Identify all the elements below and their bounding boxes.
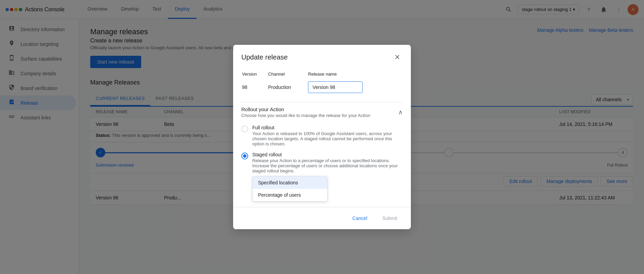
update-release-modal: Update release ✕ Version Channel Release… — [233, 45, 411, 229]
full-rollout-content: Full rollout Your Action is released to … — [252, 125, 403, 146]
channel-col-header: Channel — [268, 69, 307, 78]
specified-locations-option[interactable]: Specified locations — [253, 177, 327, 189]
full-rollout-option[interactable]: Full rollout Your Action is released to … — [241, 125, 403, 146]
radio-group: Full rollout Your Action is released to … — [241, 125, 403, 201]
staged-rollout-label: Staged rollout — [252, 152, 403, 157]
full-rollout-desc: Your Action is released to 100% of Googl… — [252, 131, 403, 146]
modal-header: Update release ✕ — [233, 45, 411, 68]
staged-rollout-content: Staged rollout Release your Action to a … — [252, 152, 403, 201]
release-name-input[interactable] — [308, 81, 363, 93]
version-value: 98 — [242, 79, 267, 94]
version-col-header: Version — [242, 69, 267, 78]
rollout-type-dropdown[interactable]: Specified locations Percentage of users — [252, 176, 327, 201]
rollout-collapse-icon[interactable]: ∧ — [398, 108, 403, 116]
rollout-title: Rollout your Action — [241, 106, 370, 112]
staged-rollout-option[interactable]: Staged rollout Release your Action to a … — [241, 152, 403, 201]
modal-body: Version Channel Release name 98 Producti… — [233, 68, 411, 207]
cancel-button[interactable]: Cancel — [347, 213, 373, 224]
staged-rollout-radio[interactable] — [241, 153, 248, 159]
rollout-header: Rollout your Action Choose how you would… — [241, 102, 403, 122]
percentage-of-users-option[interactable]: Percentage of users — [253, 189, 327, 201]
rollout-desc: Choose how you would like to manage the … — [241, 113, 370, 118]
rollout-title-group: Rollout your Action Choose how you would… — [241, 106, 370, 118]
modal-title: Update release — [241, 53, 288, 61]
full-rollout-label: Full rollout — [252, 125, 403, 130]
modal-close-button[interactable]: ✕ — [392, 52, 403, 63]
full-rollout-radio[interactable] — [241, 126, 248, 132]
version-table: Version Channel Release name 98 Producti… — [241, 68, 403, 95]
channel-value: Production — [268, 79, 307, 94]
staged-rollout-desc: Release your Action to a percentage of u… — [252, 158, 403, 173]
submit-button[interactable]: Submit — [377, 213, 403, 224]
modal-overlay[interactable]: Update release ✕ Version Channel Release… — [0, 0, 644, 274]
release-name-col-header: Release name — [308, 69, 402, 78]
rollout-section: Rollout your Action Choose how you would… — [241, 102, 403, 201]
release-name-input-cell — [308, 79, 402, 94]
modal-footer: Cancel Submit — [233, 207, 411, 229]
